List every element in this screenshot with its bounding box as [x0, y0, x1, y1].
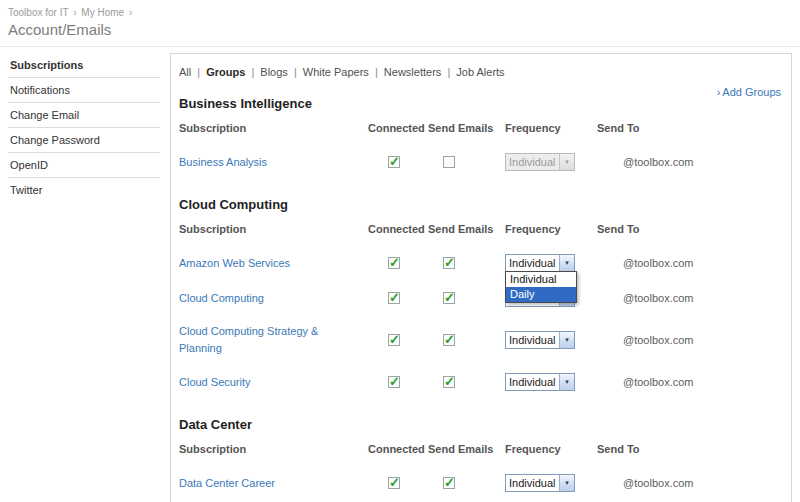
- frequency-dropdown: Individual Daily: [505, 271, 577, 303]
- frequency-value: Individual: [506, 255, 559, 271]
- table-row: Data Center Career Individual ▼ @toolbox…: [179, 465, 781, 500]
- filter-link-job-alerts[interactable]: Job Alerts: [456, 66, 504, 78]
- breadcrumb-link-toolbox-for-it[interactable]: Toolbox for IT: [8, 7, 68, 18]
- frequency-value: Individual: [506, 475, 559, 491]
- connected-checkbox[interactable]: [388, 334, 400, 346]
- chevron-down-icon: ▼: [559, 255, 574, 271]
- sidebar-item-twitter[interactable]: Twitter: [8, 178, 160, 202]
- frequency-select[interactable]: Individual ▼: [505, 331, 575, 349]
- send-emails-checkbox[interactable]: [443, 334, 455, 346]
- add-groups-link[interactable]: ›Add Groups: [717, 86, 781, 98]
- connected-checkbox[interactable]: [388, 376, 400, 388]
- send-to-value: @toolbox.com: [597, 156, 781, 168]
- frequency-select[interactable]: Individual ▼: [505, 474, 575, 492]
- breadcrumb-separator-icon: ›: [129, 7, 132, 18]
- frequency-value: Individual: [506, 332, 559, 348]
- column-header-send-to: Send To: [597, 122, 781, 134]
- connected-checkbox[interactable]: [388, 156, 400, 168]
- subscription-link[interactable]: Cloud Security: [179, 374, 267, 391]
- send-to-value: @toolbox.com: [597, 477, 781, 489]
- filter-separator: |: [447, 66, 450, 78]
- frequency-select[interactable]: Individual ▼: [505, 373, 575, 391]
- sidebar-item-change-password[interactable]: Change Password: [8, 128, 160, 153]
- table-header-row: Subscription Connected Send Emails Frequ…: [179, 434, 781, 465]
- section-cloud-computing: Cloud Computing Subscription Connected S…: [179, 197, 781, 399]
- chevron-right-icon: ›: [717, 86, 721, 98]
- send-emails-checkbox[interactable]: [443, 376, 455, 388]
- sidebar-item-openid[interactable]: OpenID: [8, 153, 160, 178]
- filter-separator: |: [294, 66, 297, 78]
- dropdown-option-daily[interactable]: Daily: [506, 287, 576, 302]
- send-to-value: @toolbox.com: [597, 376, 781, 388]
- sidebar-item-change-email[interactable]: Change Email: [8, 103, 160, 128]
- filter-bar: All | Groups | Blogs | White Papers | Ne…: [179, 66, 781, 78]
- chevron-down-icon: ▼: [559, 374, 574, 390]
- column-header-frequency: Frequency: [505, 223, 597, 235]
- column-header-subscription: Subscription: [179, 443, 368, 455]
- filter-link-groups[interactable]: Groups: [206, 66, 245, 78]
- table-row: Amazon Web Services Individual ▼ Individ…: [179, 245, 781, 280]
- connected-checkbox[interactable]: [388, 257, 400, 269]
- section-title: Business Intelligence: [179, 96, 781, 111]
- breadcrumb-separator-icon: ›: [73, 7, 76, 18]
- table-row: Cloud Computing Strategy & Planning Indi…: [179, 315, 781, 364]
- subscriptions-panel: All | Groups | Blogs | White Papers | Ne…: [170, 53, 792, 502]
- section-title: Data Center: [179, 417, 781, 432]
- column-header-subscription: Subscription: [179, 122, 368, 134]
- table-header-row: Subscription Connected Send Emails Frequ…: [179, 214, 781, 245]
- add-groups-label: Add Groups: [722, 86, 781, 98]
- send-to-value: @toolbox.com: [597, 292, 781, 304]
- subscription-link[interactable]: Cloud Computing: [179, 290, 280, 307]
- subscription-link[interactable]: Amazon Web Services: [179, 255, 306, 272]
- filter-separator: |: [375, 66, 378, 78]
- dropdown-option-individual[interactable]: Individual: [506, 272, 576, 287]
- column-header-send-to: Send To: [597, 443, 781, 455]
- sidebar-item-subscriptions[interactable]: Subscriptions: [8, 53, 160, 78]
- frequency-select[interactable]: Individual ▼: [505, 153, 575, 171]
- section-data-center: Data Center Subscription Connected Send …: [179, 417, 781, 502]
- column-header-send-emails: Send Emails: [428, 122, 505, 134]
- chevron-down-icon: ▼: [559, 332, 574, 348]
- subscription-link[interactable]: Cloud Computing Strategy & Planning: [179, 323, 368, 356]
- section-title: Cloud Computing: [179, 197, 781, 212]
- column-header-frequency: Frequency: [505, 122, 597, 134]
- frequency-select[interactable]: Individual ▼: [505, 254, 575, 272]
- column-header-send-emails: Send Emails: [428, 443, 505, 455]
- table-row: Cloud Security Individual ▼ @toolbox.com: [179, 364, 781, 399]
- filter-link-newsletters[interactable]: Newsletters: [384, 66, 441, 78]
- table-header-row: Subscription Connected Send Emails Frequ…: [179, 113, 781, 144]
- send-emails-checkbox[interactable]: [443, 477, 455, 489]
- page-title: Account/Emails: [8, 21, 790, 38]
- breadcrumb-link-my-home[interactable]: My Home: [81, 7, 124, 18]
- sidebar: Subscriptions Notifications Change Email…: [8, 53, 160, 202]
- frequency-value: Individual: [506, 374, 559, 390]
- send-emails-checkbox[interactable]: [443, 292, 455, 304]
- filter-link-all[interactable]: All: [179, 66, 191, 78]
- column-header-connected: Connected: [368, 122, 428, 134]
- column-header-subscription: Subscription: [179, 223, 368, 235]
- column-header-connected: Connected: [368, 443, 428, 455]
- filter-link-white-papers[interactable]: White Papers: [303, 66, 369, 78]
- column-header-send-to: Send To: [597, 223, 781, 235]
- subscription-link[interactable]: Data Center Career: [179, 475, 291, 492]
- sidebar-item-notifications[interactable]: Notifications: [8, 78, 160, 103]
- connected-checkbox[interactable]: [388, 292, 400, 304]
- filter-separator: |: [251, 66, 254, 78]
- connected-checkbox[interactable]: [388, 477, 400, 489]
- send-emails-checkbox[interactable]: [443, 257, 455, 269]
- section-business-intelligence: Business Intelligence Subscription Conne…: [179, 96, 781, 179]
- subscription-link[interactable]: Business Analysis: [179, 154, 283, 171]
- send-to-value: @toolbox.com: [597, 334, 781, 346]
- page-header: Toolbox for IT › My Home › Account/Email…: [0, 0, 800, 47]
- table-row: Cloud Computing Individual ▼ @toolbox.co…: [179, 280, 781, 315]
- column-header-send-emails: Send Emails: [428, 223, 505, 235]
- breadcrumb: Toolbox for IT › My Home ›: [8, 7, 790, 18]
- frequency-value: Individual: [506, 154, 559, 170]
- chevron-down-icon: ▼: [559, 154, 574, 170]
- send-to-value: @toolbox.com: [597, 257, 781, 269]
- filter-link-blogs[interactable]: Blogs: [260, 66, 288, 78]
- column-header-frequency: Frequency: [505, 443, 597, 455]
- send-emails-checkbox[interactable]: [443, 156, 455, 168]
- table-row: Business Analysis Individual ▼ @toolbox.…: [179, 144, 781, 179]
- chevron-down-icon: ▼: [559, 475, 574, 491]
